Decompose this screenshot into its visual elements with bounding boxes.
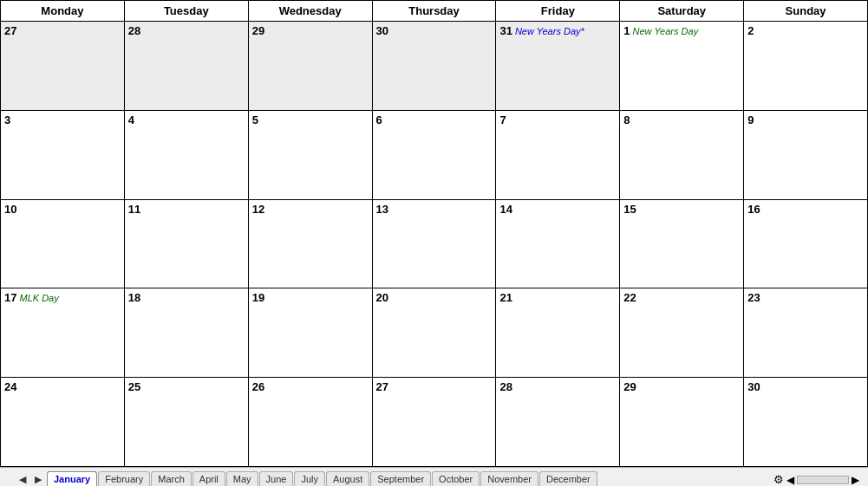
week-row-3: 17MLK Day181920212223 xyxy=(1,288,868,378)
day-cell[interactable]: 21 xyxy=(496,288,620,377)
tab-august[interactable]: August xyxy=(326,471,369,486)
tab-december[interactable]: December xyxy=(539,471,597,486)
tab-october[interactable]: October xyxy=(432,471,480,486)
day-number: 28 xyxy=(128,24,140,37)
day-cell[interactable]: 4 xyxy=(125,111,249,199)
tab-july[interactable]: July xyxy=(294,471,325,486)
settings-icon[interactable]: ⚙ xyxy=(773,473,784,486)
day-number: 4 xyxy=(128,113,134,126)
day-number: 30 xyxy=(376,24,388,37)
day-cell[interactable]: 28 xyxy=(125,22,249,110)
day-number: 28 xyxy=(499,380,512,393)
day-cell[interactable]: 25 xyxy=(125,378,249,466)
day-number: 30 xyxy=(747,380,760,393)
day-cell[interactable]: 3 xyxy=(1,111,125,199)
header-cell-friday: Friday xyxy=(496,1,620,21)
header-cell-saturday: Saturday xyxy=(620,1,744,21)
day-number: 11 xyxy=(128,203,140,216)
week-row-4: 24252627282930 xyxy=(1,378,868,467)
day-cell[interactable]: 20 xyxy=(373,288,497,377)
holiday-label: New Years Day* xyxy=(515,26,584,36)
day-number: 7 xyxy=(499,113,506,126)
weeks-container: 2728293031New Years Day*1New Years Day23… xyxy=(1,22,868,467)
day-cell[interactable]: 6 xyxy=(373,111,497,199)
day-number: 10 xyxy=(4,203,16,216)
day-number: 27 xyxy=(4,24,16,37)
day-cell[interactable]: 28 xyxy=(496,378,620,466)
day-number: 21 xyxy=(499,291,512,304)
day-cell[interactable]: 9 xyxy=(744,111,868,199)
day-cell[interactable]: 14 xyxy=(496,200,620,288)
day-cell[interactable]: 27 xyxy=(373,378,497,466)
day-number: 1 xyxy=(623,24,630,37)
day-number: 29 xyxy=(252,24,264,37)
day-cell[interactable]: 13 xyxy=(373,200,497,288)
day-number: 9 xyxy=(747,113,754,126)
day-cell[interactable]: 22 xyxy=(620,288,744,377)
header-cell-thursday: Thursday xyxy=(373,1,497,21)
day-cell[interactable]: 12 xyxy=(249,200,373,288)
day-number: 2 xyxy=(747,24,754,37)
day-cell[interactable]: 23 xyxy=(744,288,868,377)
day-cell[interactable]: 16 xyxy=(744,200,868,288)
day-cell[interactable]: 15 xyxy=(620,200,744,288)
holiday-label: MLK Day xyxy=(19,293,58,303)
day-number: 20 xyxy=(376,291,388,304)
day-cell[interactable]: 7 xyxy=(496,111,620,199)
day-number: 14 xyxy=(499,203,512,216)
scrollbar-left[interactable]: ◀ xyxy=(786,474,794,486)
day-cell[interactable]: 1New Years Day xyxy=(620,22,744,110)
day-number: 26 xyxy=(252,380,264,393)
header-cell-monday: Monday xyxy=(1,1,125,21)
scrollbar-right[interactable]: ▶ xyxy=(852,474,859,486)
day-cell[interactable]: 30 xyxy=(373,22,497,110)
day-number: 27 xyxy=(376,380,388,393)
day-number: 8 xyxy=(623,113,630,126)
header-cell-wednesday: Wednesday xyxy=(249,1,373,21)
week-row-2: 10111213141516 xyxy=(1,200,868,289)
tab-november[interactable]: November xyxy=(480,471,538,486)
day-cell[interactable]: 31New Years Day* xyxy=(496,22,620,110)
day-number: 23 xyxy=(747,291,760,304)
day-number: 6 xyxy=(376,113,382,126)
day-cell[interactable]: 5 xyxy=(249,111,373,199)
week-row-0: 2728293031New Years Day*1New Years Day2 xyxy=(1,22,868,111)
day-cell[interactable]: 26 xyxy=(249,378,373,466)
day-cell[interactable]: 11 xyxy=(125,200,249,288)
tab-february[interactable]: February xyxy=(98,471,150,486)
tab-september[interactable]: September xyxy=(370,471,431,486)
day-number: 29 xyxy=(623,380,636,393)
day-number: 18 xyxy=(128,291,140,304)
header-cell-sunday: Sunday xyxy=(744,1,868,21)
tab-january[interactable]: January xyxy=(47,471,97,486)
holiday-label: New Years Day xyxy=(633,26,699,36)
day-cell[interactable]: 29 xyxy=(620,378,744,466)
day-cell[interactable]: 30 xyxy=(744,378,868,466)
day-number: 19 xyxy=(252,291,264,304)
scrollbar-track xyxy=(797,476,849,484)
day-cell[interactable]: 10 xyxy=(1,200,125,288)
day-number: 5 xyxy=(252,113,258,126)
calendar-wrapper: MondayTuesdayWednesdayThursdayFridaySatu… xyxy=(0,0,868,486)
week-row-1: 3456789 xyxy=(1,111,868,200)
day-cell[interactable]: 29 xyxy=(249,22,373,110)
tab-june[interactable]: June xyxy=(259,471,294,486)
day-number: 22 xyxy=(623,291,636,304)
day-cell[interactable]: 2 xyxy=(744,22,868,110)
day-cell[interactable]: 19 xyxy=(249,288,373,377)
day-number: 31 xyxy=(499,24,512,37)
day-cell[interactable]: 8 xyxy=(620,111,744,199)
day-cell[interactable]: 24 xyxy=(1,378,125,466)
tab-april[interactable]: April xyxy=(193,471,225,486)
day-cell[interactable]: 27 xyxy=(1,22,125,110)
tab-prev-button[interactable]: ◀ xyxy=(16,473,29,486)
day-number: 12 xyxy=(252,203,264,216)
day-number: 17 xyxy=(4,291,16,304)
day-cell[interactable]: 17MLK Day xyxy=(1,288,125,377)
day-number: 15 xyxy=(623,203,636,216)
tab-next-button[interactable]: ▶ xyxy=(31,473,45,486)
day-number: 16 xyxy=(747,203,760,216)
tab-may[interactable]: May xyxy=(226,471,258,486)
day-cell[interactable]: 18 xyxy=(125,288,249,377)
tab-march[interactable]: March xyxy=(151,471,192,486)
